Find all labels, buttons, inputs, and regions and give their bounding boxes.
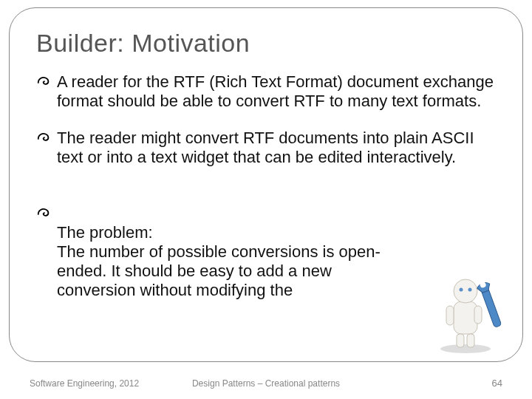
svg-rect-7 bbox=[446, 306, 454, 325]
page-number: 64 bbox=[492, 378, 502, 389]
bullet-text: A reader for the RTF (Rich Text Format) … bbox=[57, 72, 494, 110]
swirl-icon bbox=[36, 186, 52, 202]
svg-rect-10 bbox=[474, 306, 482, 324]
footer-left: Software Engineering, 2012 bbox=[30, 378, 139, 389]
swirl-icon bbox=[36, 130, 52, 146]
bullet-list: A reader for the RTF (Rich Text Format) … bbox=[36, 72, 496, 300]
bullet-item: The problem: The number of possible conv… bbox=[36, 185, 496, 300]
slide: Builder: Motivation A reader for the RTF… bbox=[0, 0, 532, 399]
character-wrench-icon bbox=[429, 266, 502, 355]
bullet-item: The reader might convert RTF documents i… bbox=[36, 129, 496, 167]
slide-title: Builder: Motivation bbox=[36, 29, 496, 58]
svg-point-3 bbox=[460, 288, 463, 292]
svg-rect-5 bbox=[457, 334, 464, 347]
svg-point-4 bbox=[468, 288, 472, 292]
footer-center: Design Patterns – Creational patterns bbox=[192, 378, 340, 389]
footer: Software Engineering, 2012 Design Patter… bbox=[30, 378, 502, 389]
bullet-text: The problem: The number of possible conv… bbox=[57, 223, 381, 299]
svg-rect-1 bbox=[454, 301, 477, 334]
svg-rect-6 bbox=[467, 334, 474, 347]
svg-point-0 bbox=[440, 344, 491, 353]
bullet-text: The reader might convert RTF documents i… bbox=[57, 129, 474, 166]
svg-point-2 bbox=[454, 279, 477, 303]
svg-rect-8 bbox=[481, 287, 502, 327]
bullet-item: A reader for the RTF (Rich Text Format) … bbox=[36, 72, 496, 111]
swirl-icon bbox=[36, 74, 52, 90]
